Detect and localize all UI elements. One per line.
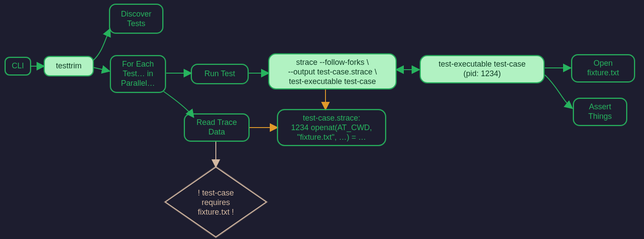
edge-testtrim-foreach (94, 67, 109, 71)
readtrace-l1: Read Trace (196, 118, 237, 127)
edge-foreach-readtrace (164, 91, 193, 117)
open-l2: fixture.txt (587, 68, 619, 77)
tracefile-l3: "fixture.txt", …) = … (297, 133, 366, 141)
cli-label: CLI (12, 61, 24, 70)
node-requires: ! test-case requires fixture.txt ! (164, 166, 267, 238)
tracefile-l1: test-case.strace: (303, 114, 360, 122)
strace-l1: strace --follow-forks \ (296, 58, 369, 67)
open-l1: Open (594, 59, 613, 67)
tracefile-l2: 1234 openat(AT_CWD, (291, 123, 372, 132)
node-run: Run Test (191, 64, 248, 84)
readtrace-l2: Data (208, 128, 225, 136)
requires-l1: ! test-case (198, 189, 234, 197)
requires-l2: requires (201, 198, 230, 207)
node-tracefile: test-case.strace: 1234 openat(AT_CWD, "f… (277, 109, 386, 146)
foreach-l2: Test… in (123, 69, 153, 78)
edge-exec-assert (545, 75, 572, 108)
testtrim-label: testtrim (56, 61, 81, 70)
exec-l1: test-executable test-case (439, 60, 526, 68)
discover-l1: Discover (121, 10, 151, 18)
node-readtrace: Read Trace Data (184, 114, 249, 141)
requires-l3: fixture.txt ! (198, 208, 234, 216)
strace-l2: --output test-case.strace \ (288, 67, 377, 76)
node-open: Open fixture.txt (571, 54, 635, 82)
node-foreach: For Each Test… in Parallel… (110, 55, 166, 93)
strace-l3: test-executable test-case (289, 77, 376, 86)
flowchart-diagram: CLI testtrim Discover Tests For Each Tes… (0, 0, 644, 239)
node-discover: Discover Tests (109, 4, 163, 34)
node-testtrim: testtrim (44, 56, 94, 76)
node-strace: strace --follow-forks \ --output test-ca… (268, 54, 396, 89)
run-label: Run Test (205, 69, 235, 78)
foreach-l3: Parallel… (121, 79, 155, 88)
node-assert: Assert Things (573, 98, 627, 126)
node-cli: CLI (5, 57, 31, 75)
foreach-l1: For Each (122, 60, 154, 68)
node-exec: test-executable test-case (pid: 1234) (420, 55, 544, 83)
assert-l1: Assert (589, 102, 611, 111)
edge-testtrim-discover (93, 30, 110, 61)
assert-l2: Things (588, 112, 612, 121)
exec-l2: (pid: 1234) (463, 69, 501, 78)
discover-l2: Tests (127, 19, 145, 28)
